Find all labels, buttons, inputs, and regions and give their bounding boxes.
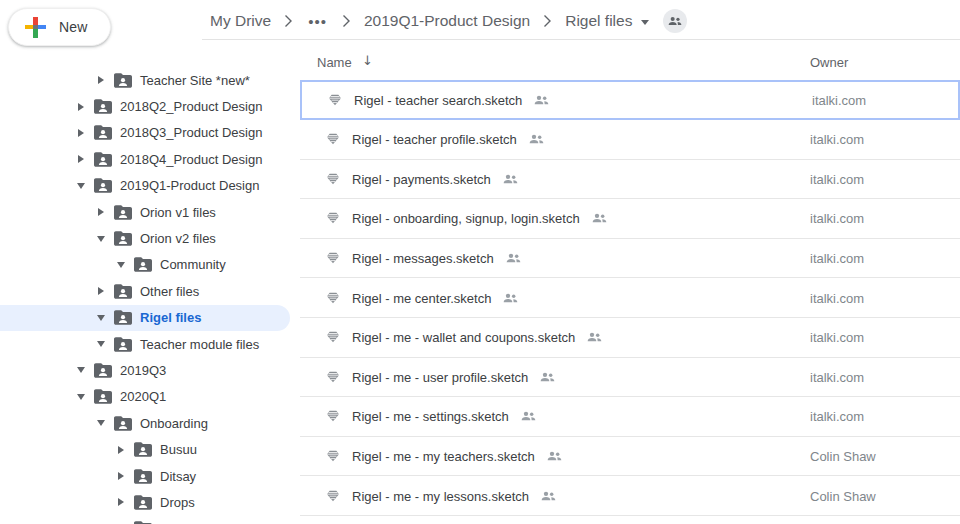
file-owner: italki.com: [810, 132, 864, 147]
file-owner: italki.com: [810, 330, 864, 345]
tree-item[interactable]: 2018Q3_Product Design: [0, 120, 300, 146]
expand-arrow-icon[interactable]: [76, 394, 86, 400]
tree-item-label: Ditsay: [160, 469, 196, 484]
column-header-owner[interactable]: Owner: [810, 55, 848, 70]
new-button-label: New: [59, 19, 88, 35]
tree-item[interactable]: 2020Q1: [0, 384, 300, 410]
file-owner: italki.com: [810, 171, 864, 186]
shared-folder-icon: [114, 416, 132, 431]
shared-folder-icon: [134, 469, 152, 484]
shared-people-icon: [506, 253, 521, 263]
file-row[interactable]: Rigel - onboarding, signup, login.sketch…: [300, 199, 960, 239]
tree-item[interactable]: Other files: [0, 278, 300, 304]
breadcrumb-parent-folder[interactable]: 2019Q1-Product Design: [364, 12, 530, 30]
expand-arrow-icon[interactable]: [96, 76, 106, 84]
folder-menu-caret-icon[interactable]: [641, 20, 649, 25]
expand-arrow-icon[interactable]: [96, 315, 106, 321]
file-list-header: Name ↓ Owner: [300, 46, 960, 80]
shared-folder-icon: [94, 389, 112, 404]
tree-item[interactable]: Orion v2 files: [0, 225, 300, 251]
file-owner: Colin Shaw: [810, 449, 876, 464]
tree-item[interactable]: Teacher Site *new*: [0, 67, 300, 93]
tree-item-label: Community: [160, 257, 226, 272]
expand-arrow-icon[interactable]: [76, 103, 86, 111]
file-row[interactable]: Rigel - teacher profile.sketch italki.co…: [300, 120, 960, 160]
file-row[interactable]: Rigel - messages.sketch italki.com: [300, 239, 960, 279]
sketch-file-icon: [327, 252, 339, 264]
expand-arrow-icon[interactable]: [76, 183, 86, 189]
shared-folder-icon: [114, 284, 132, 299]
file-name: Rigel - me - settings.sketch: [352, 409, 509, 424]
file-rows: Rigel - teacher search.sketch italki.com…: [300, 80, 960, 516]
shared-folder-icon: [134, 257, 152, 272]
expand-arrow-icon[interactable]: [116, 498, 126, 506]
expand-arrow-icon[interactable]: [96, 208, 106, 216]
tree-item[interactable]: 2018Q4_Product Design: [0, 146, 300, 172]
file-row[interactable]: Rigel - me center.sketch italki.com: [300, 278, 960, 318]
sketch-file-icon: [329, 94, 341, 106]
tree-item[interactable]: Onboarding: [0, 410, 300, 436]
shared-folder-icon: [114, 310, 132, 325]
tree-item-label: Orion v2 files: [140, 231, 216, 246]
expand-arrow-icon[interactable]: [96, 341, 106, 347]
file-row[interactable]: Rigel - me - my teachers.sketch Colin Sh…: [300, 437, 960, 477]
file-row[interactable]: Rigel - me - my lessons.sketch Colin Sha…: [300, 476, 960, 516]
expand-arrow-icon[interactable]: [96, 287, 106, 295]
file-name: Rigel - payments.sketch: [352, 171, 491, 186]
file-name: Rigel - teacher profile.sketch: [352, 132, 517, 147]
breadcrumb-collapsed-button[interactable]: •••: [306, 13, 329, 30]
file-owner: Colin Shaw: [810, 488, 876, 503]
shared-status-button[interactable]: [663, 9, 687, 33]
breadcrumb: My Drive ••• 2019Q1-Product Design Rigel…: [210, 0, 687, 42]
shared-folder-icon: [94, 125, 112, 140]
file-row[interactable]: Rigel - me - wallet and coupons.sketch i…: [300, 318, 960, 358]
tree-item[interactable]: Teacher module files: [0, 331, 300, 357]
file-owner: italki.com: [810, 211, 864, 226]
file-owner: italki.com: [810, 251, 864, 266]
header-divider: [202, 39, 960, 40]
tree-item[interactable]: Drops: [0, 489, 300, 515]
file-name: Rigel - me - wallet and coupons.sketch: [352, 330, 575, 345]
file-row[interactable]: Rigel - me - settings.sketch italki.com: [300, 397, 960, 437]
shared-people-icon: [529, 134, 544, 144]
expand-arrow-icon[interactable]: [116, 446, 126, 454]
shared-folder-icon: [94, 99, 112, 114]
sort-descending-icon[interactable]: ↓: [362, 53, 373, 68]
shared-folder-icon: [114, 73, 132, 88]
tree-item-label: Teacher module files: [140, 337, 259, 352]
sketch-file-icon: [327, 410, 339, 422]
shared-folder-icon: [114, 205, 132, 220]
expand-arrow-icon[interactable]: [76, 367, 86, 373]
shared-folder-icon: [94, 178, 112, 193]
shared-folder-icon: [114, 337, 132, 352]
file-row[interactable]: Rigel - teacher search.sketch italki.com: [300, 80, 960, 120]
breadcrumb-my-drive[interactable]: My Drive: [210, 12, 271, 30]
expand-arrow-icon[interactable]: [116, 472, 126, 480]
expand-arrow-icon[interactable]: [96, 236, 106, 242]
expand-arrow-icon[interactable]: [116, 262, 126, 268]
tree-item[interactable]: 2019Q3: [0, 357, 300, 383]
shared-people-icon: [547, 451, 562, 461]
expand-arrow-icon[interactable]: [76, 155, 86, 163]
tree-item[interactable]: [0, 516, 300, 524]
tree-item[interactable]: Ditsay: [0, 463, 300, 489]
tree-item[interactable]: Orion v1 files: [0, 199, 300, 225]
shared-people-icon: [541, 491, 556, 501]
tree-item[interactable]: Rigel files: [0, 305, 290, 331]
tree-item[interactable]: 2019Q1-Product Design: [0, 173, 300, 199]
file-row[interactable]: Rigel - payments.sketch italki.com: [300, 160, 960, 200]
chevron-right-icon: [543, 14, 552, 28]
tree-item[interactable]: Busuu: [0, 436, 300, 462]
expand-arrow-icon[interactable]: [96, 420, 106, 426]
chevron-right-icon: [284, 14, 293, 28]
file-owner: italki.com: [810, 290, 864, 305]
new-button[interactable]: New: [8, 8, 111, 46]
tree-item[interactable]: 2018Q2_Product Design: [0, 93, 300, 119]
file-row[interactable]: Rigel - me - user profile.sketch italki.…: [300, 358, 960, 398]
tree-item-label: Orion v1 files: [140, 205, 216, 220]
tree-item[interactable]: Community: [0, 252, 300, 278]
shared-people-icon: [503, 293, 518, 303]
breadcrumb-current-folder[interactable]: Rigel files: [565, 12, 632, 30]
column-header-name[interactable]: Name: [317, 55, 352, 70]
expand-arrow-icon[interactable]: [76, 129, 86, 137]
